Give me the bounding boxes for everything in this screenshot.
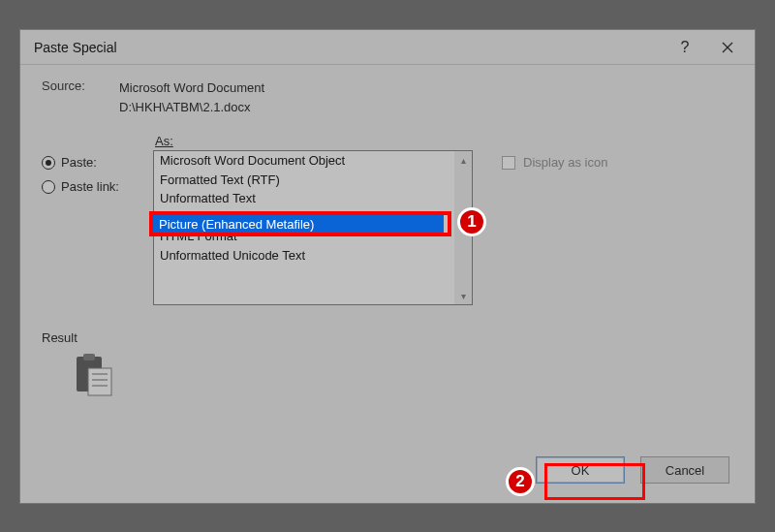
- ok-label: OK: [572, 463, 590, 478]
- as-label: As:: [155, 134, 473, 148]
- callout-badge-1: 1: [457, 207, 486, 236]
- close-button[interactable]: [706, 33, 749, 62]
- source-row: Source: Microsoft Word Document D:\HKH\A…: [42, 78, 733, 116]
- selected-list-item[interactable]: Picture (Enhanced Metafile): [153, 215, 444, 235]
- titlebar: Paste Special ?: [20, 30, 755, 65]
- callout-badge-2: 2: [506, 467, 535, 496]
- paste-radio-label: Paste:: [61, 155, 97, 170]
- source-path: D:\HKH\ATBM\2.1.docx: [119, 98, 264, 117]
- dialog-body: Source: Microsoft Word Document D:\HKH\A…: [20, 65, 755, 412]
- checkbox-icon: [502, 156, 515, 170]
- scroll-up-icon[interactable]: ▴: [454, 151, 472, 169]
- display-as-icon-label: Display as icon: [523, 155, 607, 170]
- cancel-label: Cancel: [666, 463, 704, 478]
- radio-icon: [42, 180, 55, 194]
- dialog-title: Paste Special: [34, 40, 664, 55]
- svg-rect-4: [88, 368, 111, 395]
- paste-radio[interactable]: Paste:: [42, 155, 153, 170]
- source-text: Microsoft Word Document D:\HKH\ATBM\2.1.…: [119, 78, 264, 116]
- paste-link-radio[interactable]: Paste link:: [42, 179, 153, 194]
- right-column: Display as icon: [473, 134, 607, 170]
- list-item[interactable]: Formatted Text (RTF): [154, 171, 454, 190]
- source-label: Source:: [42, 78, 119, 93]
- svg-rect-3: [83, 354, 95, 360]
- list-item[interactable]: Unformatted Unicode Text: [154, 246, 454, 266]
- list-item[interactable]: Microsoft Word Document Object: [154, 151, 454, 171]
- radio-group: Paste: Paste link:: [42, 134, 153, 203]
- scroll-down-icon[interactable]: ▾: [454, 287, 472, 304]
- help-button[interactable]: ?: [664, 33, 706, 62]
- result-label: Result: [42, 330, 733, 345]
- cancel-button[interactable]: Cancel: [640, 456, 729, 484]
- dialog-buttons: OK Cancel: [536, 456, 729, 484]
- radio-icon: [42, 156, 55, 170]
- ok-button[interactable]: OK: [536, 456, 625, 484]
- source-app: Microsoft Word Document: [119, 78, 264, 98]
- display-as-icon-checkbox[interactable]: Display as icon: [502, 155, 607, 170]
- paste-special-dialog: Paste Special ? Source: Microsoft Word D…: [19, 29, 756, 504]
- paste-link-radio-label: Paste link:: [61, 179, 119, 194]
- result-section: Result: [42, 330, 733, 400]
- close-icon: [722, 42, 733, 53]
- clipboard-icon: [75, 353, 733, 400]
- list-item[interactable]: Unformatted Text: [154, 189, 454, 208]
